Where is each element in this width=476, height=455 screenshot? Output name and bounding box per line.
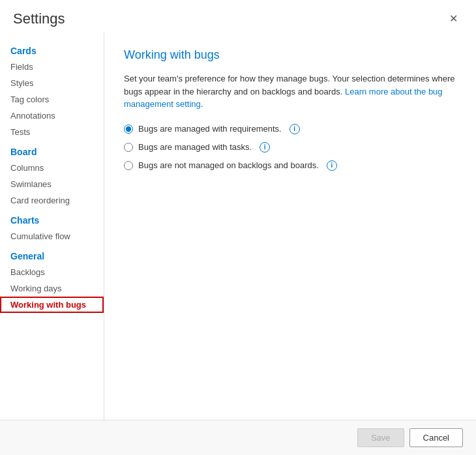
radio-item-tasks[interactable]: Bugs are managed with tasks. i [124,142,456,153]
main-content: Working with bugs Set your team's prefer… [104,33,476,420]
sidebar-item-fields[interactable]: Fields [0,59,104,75]
dialog-body: Cards Fields Styles Tag colors Annotatio… [0,33,476,420]
sidebar-item-styles[interactable]: Styles [0,75,104,91]
radio-label-not-managed: Bugs are not managed on backlogs and boa… [138,160,319,170]
radio-label-requirements: Bugs are managed with requirements. [138,124,282,134]
settings-dialog: Settings ✕ Cards Fields Styles Tag color… [0,0,476,455]
sidebar-section-cards: Cards [0,39,104,59]
sidebar-item-working-with-bugs[interactable]: Working with bugs [0,297,104,313]
sidebar: Cards Fields Styles Tag colors Annotatio… [0,33,104,420]
sidebar-item-cumulative-flow[interactable]: Cumulative flow [0,228,104,244]
section-title: Working with bugs [124,48,456,62]
radio-tasks[interactable] [124,143,133,152]
sidebar-item-working-days[interactable]: Working days [0,280,104,297]
sidebar-item-swimlanes[interactable]: Swimlanes [0,176,104,192]
radio-group: Bugs are managed with requirements. i Bu… [124,124,456,171]
radio-not-managed[interactable] [124,161,133,170]
sidebar-item-tag-colors[interactable]: Tag colors [0,91,104,108]
info-icon-requirements[interactable]: i [290,124,300,134]
description: Set your team's preference for how they … [124,72,456,111]
sidebar-section-board: Board [0,140,104,160]
description-text-2: . [201,99,203,109]
save-button[interactable]: Save [357,428,404,447]
sidebar-item-card-reordering[interactable]: Card reordering [0,192,104,209]
info-icon-tasks[interactable]: i [260,142,270,153]
dialog-title: Settings [13,10,65,27]
info-icon-not-managed[interactable]: i [327,160,337,171]
cancel-button[interactable]: Cancel [409,428,463,447]
sidebar-item-annotations[interactable]: Annotations [0,108,104,124]
sidebar-section-general: General [0,244,104,264]
radio-requirements[interactable] [124,125,133,134]
sidebar-item-tests[interactable]: Tests [0,124,104,140]
dialog-header: Settings ✕ [0,0,476,33]
sidebar-item-columns[interactable]: Columns [0,160,104,176]
dialog-footer: Save Cancel [0,420,476,455]
close-button[interactable]: ✕ [444,11,463,27]
radio-item-requirements[interactable]: Bugs are managed with requirements. i [124,124,456,134]
radio-label-tasks: Bugs are managed with tasks. [138,142,252,152]
radio-item-not-managed[interactable]: Bugs are not managed on backlogs and boa… [124,160,456,171]
sidebar-item-backlogs[interactable]: Backlogs [0,264,104,280]
sidebar-section-charts: Charts [0,209,104,228]
